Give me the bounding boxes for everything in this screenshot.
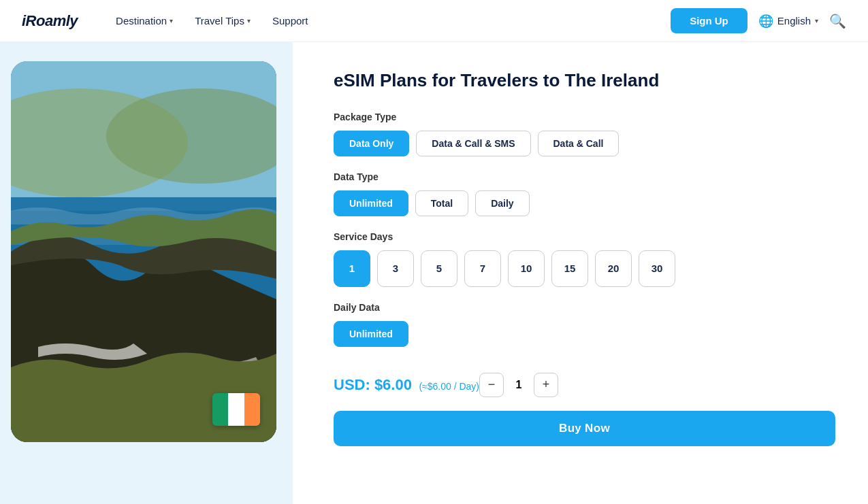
data-daily-button[interactable]: Daily <box>475 190 529 216</box>
day-10-button[interactable]: 10 <box>508 250 545 287</box>
day-30-button[interactable]: 30 <box>639 250 675 287</box>
data-unlimited-button[interactable]: Unlimited <box>334 190 408 216</box>
service-days-group: 1 3 5 7 10 15 20 30 <box>334 250 835 287</box>
daily-data-label: Daily Data <box>334 302 835 313</box>
pricing-row: USD: $6.00 (≈$6.00 / Day) − 1 + <box>334 373 835 397</box>
quantity-increase-button[interactable]: + <box>534 373 558 397</box>
price-display: USD: $6.00 (≈$6.00 / Day) <box>334 376 479 394</box>
nav-right: Sign Up 🌐 English ▾ 🔍 <box>671 8 846 33</box>
flag-green-stripe <box>212 393 228 426</box>
destination-label: Destination <box>116 15 167 27</box>
price-value: USD: $6.00 <box>334 376 412 393</box>
package-type-label: Package Type <box>334 112 835 122</box>
globe-icon: 🌐 <box>758 14 773 29</box>
flag-orange-stripe <box>244 393 260 426</box>
data-type-group: Unlimited Total Daily <box>334 190 835 216</box>
language-label: English <box>777 15 811 27</box>
signup-button[interactable]: Sign Up <box>671 8 748 33</box>
price-per-day: (≈$6.00 / Day) <box>419 381 479 392</box>
quantity-decrease-button[interactable]: − <box>479 373 504 397</box>
daily-data-group: Unlimited <box>334 321 835 347</box>
nav-links: Destination ▾ Travel Tips ▾ Support <box>108 10 646 32</box>
ireland-flag <box>212 393 260 426</box>
quantity-value: 1 <box>512 379 526 391</box>
package-data-only-button[interactable]: Data Only <box>334 131 409 156</box>
nav-travel-tips[interactable]: Travel Tips ▾ <box>187 10 259 32</box>
navbar: iRoamly Destination ▾ Travel Tips ▾ Supp… <box>0 0 868 42</box>
ireland-image <box>11 61 276 442</box>
right-panel: eSIM Plans for Travelers to The Ireland … <box>293 42 868 504</box>
day-20-button[interactable]: 20 <box>595 250 632 287</box>
quantity-control: − 1 + <box>479 373 558 397</box>
daily-unlimited-button[interactable]: Unlimited <box>334 321 408 347</box>
flag-white-stripe <box>228 393 244 426</box>
support-label: Support <box>272 15 308 27</box>
travel-tips-chevron-icon: ▾ <box>247 17 251 24</box>
logo[interactable]: iRoamly <box>22 12 78 30</box>
left-panel <box>0 42 293 504</box>
search-icon[interactable]: 🔍 <box>829 13 846 29</box>
destination-chevron-icon: ▾ <box>170 17 173 24</box>
day-5-button[interactable]: 5 <box>421 250 457 287</box>
day-15-button[interactable]: 15 <box>551 250 588 287</box>
day-3-button[interactable]: 3 <box>377 250 414 287</box>
destination-image-card <box>11 61 276 442</box>
travel-tips-label: Travel Tips <box>195 15 244 27</box>
day-1-button[interactable]: 1 <box>334 250 370 287</box>
service-days-label: Service Days <box>334 231 835 242</box>
language-chevron-icon: ▾ <box>815 17 818 24</box>
nav-destination[interactable]: Destination ▾ <box>108 10 181 32</box>
main-content: eSIM Plans for Travelers to The Ireland … <box>0 42 868 504</box>
package-data-call-button[interactable]: Data & Call <box>538 131 620 156</box>
package-type-group: Data Only Data & Call & SMS Data & Call <box>334 131 835 156</box>
language-selector[interactable]: 🌐 English ▾ <box>758 14 818 29</box>
buy-now-button[interactable]: Buy Now <box>334 411 835 446</box>
nav-support[interactable]: Support <box>264 10 317 32</box>
data-total-button[interactable]: Total <box>415 190 468 216</box>
package-data-call-sms-button[interactable]: Data & Call & SMS <box>416 131 530 156</box>
page-title: eSIM Plans for Travelers to The Ireland <box>334 69 835 93</box>
data-type-label: Data Type <box>334 171 835 182</box>
day-7-button[interactable]: 7 <box>464 250 501 287</box>
